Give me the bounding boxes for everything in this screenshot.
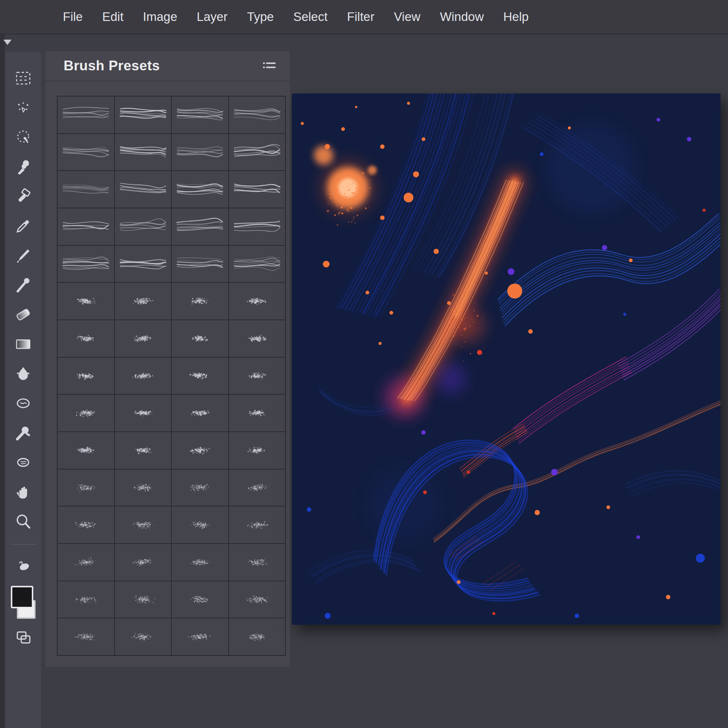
brush-icon	[14, 246, 32, 266]
brush-preset-37[interactable]	[58, 432, 114, 469]
brush-preset-34[interactable]	[115, 395, 171, 431]
brush-preset-46[interactable]	[115, 506, 171, 543]
screen-mode-tool[interactable]	[13, 628, 34, 648]
mixer-brush-tool[interactable]	[13, 556, 34, 577]
polygonal-lasso-tool[interactable]	[13, 98, 34, 119]
brush-preset-20[interactable]	[229, 246, 286, 283]
gradient-tool[interactable]	[13, 335, 34, 355]
menu-type[interactable]: Type	[247, 10, 274, 24]
brush-preset-52[interactable]	[229, 544, 286, 581]
brush-preset-4[interactable]	[229, 96, 286, 133]
brush-preset-29[interactable]	[58, 358, 114, 394]
brush-preset-6[interactable]	[115, 134, 171, 171]
brush-preset-54[interactable]	[115, 581, 171, 618]
brush-preset-19[interactable]	[172, 246, 228, 283]
document-canvas[interactable]	[292, 93, 720, 625]
brush-preset-50[interactable]	[115, 544, 171, 581]
brush-preset-45[interactable]	[58, 506, 114, 543]
brush-preset-53[interactable]	[58, 581, 114, 618]
brush-preset-10[interactable]	[115, 171, 171, 208]
menu-layer[interactable]: Layer	[197, 10, 228, 24]
brush-preset-41[interactable]	[58, 470, 114, 506]
zoom-tool[interactable]	[13, 512, 34, 532]
brush-preset-17[interactable]	[58, 246, 114, 283]
healing-brush-tool[interactable]	[13, 158, 34, 178]
brush-tool[interactable]	[13, 246, 34, 266]
eyedropper-tool[interactable]	[13, 217, 34, 237]
brush-preset-16[interactable]	[229, 208, 286, 245]
brush-preset-31[interactable]	[172, 358, 228, 394]
menu-edit[interactable]: Edit	[102, 10, 124, 24]
brush-preset-32[interactable]	[229, 358, 286, 394]
brush-preset-60[interactable]	[229, 618, 286, 655]
hand-tool[interactable]	[13, 483, 34, 503]
brush-preset-12[interactable]	[229, 171, 286, 208]
panel-menu-icon[interactable]	[263, 61, 276, 70]
brush-preset-22[interactable]	[115, 283, 171, 320]
brush-preset-9[interactable]	[58, 171, 114, 208]
brush-preset-14[interactable]	[115, 208, 171, 245]
brush-preset-58[interactable]	[115, 618, 171, 655]
brush-preset-21[interactable]	[58, 283, 114, 320]
polygonal-lasso-icon	[14, 98, 32, 119]
brush-preset-49[interactable]	[58, 544, 114, 581]
brush-preset-24[interactable]	[229, 283, 286, 320]
menu-image[interactable]: Image	[143, 10, 177, 24]
brush-preset-51[interactable]	[172, 544, 228, 581]
brush-preset-38[interactable]	[115, 432, 171, 469]
brush-preset-27[interactable]	[172, 320, 228, 357]
lasso-tool[interactable]	[13, 128, 34, 148]
brush-preset-59[interactable]	[172, 618, 228, 655]
marquee-tool[interactable]	[13, 69, 34, 89]
blur-icon	[14, 364, 32, 385]
brush-preset-18[interactable]	[115, 246, 171, 283]
blur-tool[interactable]	[13, 364, 34, 385]
brush-preset-23[interactable]	[172, 283, 228, 320]
brush-preset-13[interactable]	[58, 208, 114, 245]
menu-file[interactable]: File	[63, 10, 83, 24]
color-swatches[interactable]	[11, 586, 35, 619]
round-brush-tool[interactable]	[13, 276, 34, 296]
brush-preset-26[interactable]	[115, 320, 171, 357]
eyedropper-icon	[14, 217, 32, 237]
brush-preset-grid	[57, 96, 286, 656]
eraser-tool[interactable]	[13, 305, 34, 326]
brush-preset-15[interactable]	[172, 208, 228, 245]
brush-preset-2[interactable]	[115, 96, 171, 133]
brush-preset-56[interactable]	[229, 581, 286, 618]
menu-help[interactable]: Help	[503, 10, 529, 24]
brush-preset-1[interactable]	[58, 96, 114, 133]
menu-view[interactable]: View	[394, 10, 421, 24]
brush-preset-43[interactable]	[172, 470, 228, 506]
brush-preset-47[interactable]	[172, 506, 228, 543]
brush-preset-36[interactable]	[229, 395, 286, 431]
brush-preset-5[interactable]	[58, 134, 114, 171]
brush-preset-33[interactable]	[58, 395, 114, 431]
brush-preset-28[interactable]	[229, 320, 286, 357]
brush-preset-11[interactable]	[172, 171, 228, 208]
menu-select[interactable]: Select	[293, 10, 328, 24]
brush-preset-7[interactable]	[172, 134, 228, 171]
menu-window[interactable]: Window	[440, 10, 484, 24]
brush-preset-3[interactable]	[172, 96, 228, 133]
slice-tool[interactable]	[13, 187, 34, 207]
collapse-chevron-icon[interactable]	[3, 40, 12, 45]
artwork	[292, 93, 720, 625]
foreground-color-swatch[interactable]	[11, 586, 33, 608]
brush-preset-39[interactable]	[172, 432, 228, 469]
brush-preset-48[interactable]	[229, 506, 286, 543]
brush-preset-40[interactable]	[229, 432, 286, 469]
brush-preset-55[interactable]	[172, 581, 228, 618]
brush-preset-30[interactable]	[115, 358, 171, 394]
brush-preset-44[interactable]	[229, 470, 286, 506]
menu-filter[interactable]: Filter	[347, 10, 375, 24]
brush-preset-35[interactable]	[172, 395, 228, 431]
dodge-tool[interactable]	[13, 424, 34, 444]
brush-preset-25[interactable]	[58, 320, 114, 357]
brush-preset-8[interactable]	[229, 134, 286, 171]
smudge-tool[interactable]	[13, 394, 34, 414]
round-brush-icon	[14, 276, 32, 296]
brush-preset-57[interactable]	[58, 618, 114, 655]
brush-preset-42[interactable]	[115, 470, 171, 506]
sponge-tool[interactable]	[13, 453, 34, 473]
